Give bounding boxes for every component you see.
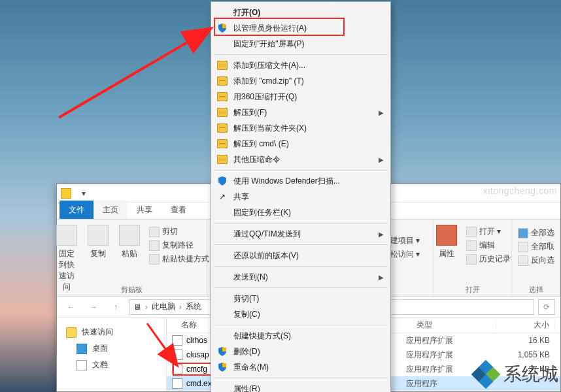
menu-send-to[interactable]: 发送到(N)▶ [212, 269, 389, 285]
menu-copy[interactable]: 复制(C) [212, 306, 389, 322]
archive-icon [217, 123, 228, 133]
menu-send-qq-tim[interactable]: 通过QQ/TIM发送到▶ [212, 226, 389, 242]
submenu-arrow-icon: ▶ [379, 231, 384, 238]
open-icon [466, 227, 477, 237]
pc-icon: 🖥 [133, 302, 141, 312]
menu-add-to-cmd-zip[interactable]: 添加到 "cmd.zip" (T) [212, 73, 389, 89]
menu-create-shortcut[interactable]: 创建快捷方式(S) [212, 328, 389, 344]
edit-icon [466, 240, 477, 251]
forward-button[interactable]: → [84, 299, 103, 315]
edit-button[interactable]: 编辑 [464, 238, 513, 252]
menu-add-to-archive[interactable]: 添加到压缩文件(A)... [212, 57, 389, 73]
breadcrumb-drive[interactable]: 系统 [186, 301, 201, 312]
shield-icon [218, 347, 227, 356]
shield-icon [218, 363, 227, 372]
history-button[interactable]: 历史记录 [464, 252, 513, 266]
select-group-label: 选择 [512, 285, 560, 295]
col-type[interactable]: 类型 [411, 319, 496, 331]
back-button[interactable]: ← [62, 299, 80, 315]
watermark-logo-icon [473, 362, 498, 387]
invert-selection-button[interactable]: 反向选 [515, 253, 557, 267]
menu-cut[interactable]: 剪切(T) [212, 291, 389, 306]
menu-pin-start[interactable]: 固定到"开始"屏幕(P) [212, 36, 389, 52]
menu-open-with-360[interactable]: 用360压缩打开(Q) [212, 89, 389, 105]
desktop-icon [76, 344, 87, 354]
folder-icon [61, 188, 71, 199]
menu-restore-previous[interactable]: 还原以前的版本(V) [212, 248, 389, 263]
scissors-icon [149, 227, 160, 237]
file-icon [172, 378, 182, 389]
menu-pin-taskbar[interactable]: 固定到任务栏(K) [212, 204, 389, 220]
open-button[interactable]: 打开 ▾ [464, 225, 513, 238]
menu-properties[interactable]: 属性(R) [212, 381, 389, 392]
archive-icon [217, 108, 228, 117]
submenu-arrow-icon: ▶ [379, 274, 384, 281]
archive-icon [217, 155, 228, 164]
menu-other-archive[interactable]: 其他压缩命令▶ [212, 152, 389, 167]
menu-delete[interactable]: 删除(D) [212, 344, 389, 359]
up-button[interactable]: ↑ [107, 299, 125, 315]
paste-icon [119, 225, 140, 246]
copy-path-button[interactable]: 复制路径 [146, 238, 212, 252]
archive-icon [217, 92, 228, 101]
copy-button[interactable]: 复制 [84, 222, 112, 262]
file-size: 16 KB [491, 336, 550, 345]
clipboard-group-label: 剪贴板 [57, 285, 207, 295]
col-size[interactable]: 大小 [496, 319, 555, 331]
tab-share[interactable]: 共享 [128, 201, 162, 219]
share-icon: ↗ [215, 191, 230, 202]
menu-share[interactable]: ↗共享 [212, 189, 389, 204]
quick-access-toolbar[interactable]: ▾ [75, 187, 92, 200]
checkmark-icon [436, 225, 457, 246]
select-none-button[interactable]: 全部取 [515, 240, 557, 253]
file-type: 应用程序扩展 [406, 350, 491, 361]
svg-line-0 [59, 29, 209, 118]
copy-path-icon [149, 240, 160, 251]
open-group-label: 打开 [434, 285, 511, 295]
submenu-arrow-icon: ▶ [379, 109, 384, 116]
history-icon [466, 254, 477, 265]
file-type: 应用程序扩展 [406, 335, 491, 346]
menu-defender-scan[interactable]: 使用 Windows Defender扫描... [212, 173, 389, 189]
document-icon [76, 360, 87, 370]
menu-rename[interactable]: 重命名(M) [212, 359, 389, 375]
archive-icon [217, 61, 228, 70]
tab-file[interactable]: 文件 [60, 201, 94, 219]
breadcrumb-thispc[interactable]: 此电脑 [152, 301, 175, 312]
watermark-url: xitongcheng.com [483, 186, 557, 196]
file-size: 1,055 KB [491, 350, 550, 359]
cut-button[interactable]: 剪切 [146, 225, 212, 238]
copy-icon [88, 225, 109, 246]
select-all-icon [518, 228, 528, 238]
watermark-text: 系统城 [503, 362, 558, 387]
tab-home[interactable]: 主页 [94, 201, 128, 219]
archive-icon [217, 76, 228, 86]
menu-extract-to-cmd[interactable]: 解压到 cmd\ (E) [212, 136, 389, 152]
defender-shield-icon [218, 176, 227, 186]
tab-view[interactable]: 查看 [162, 201, 196, 219]
watermark: 系统城 [473, 362, 558, 387]
select-none-icon [518, 242, 528, 252]
refresh-button[interactable]: ⟳ [538, 299, 555, 315]
svg-line-1 [147, 323, 177, 365]
menu-extract-to[interactable]: 解压到(F)▶ [212, 105, 389, 120]
annotation-arrow [52, 20, 222, 124]
highlight-run-as-admin [214, 18, 345, 36]
star-icon [66, 327, 76, 338]
paste-button[interactable]: 粘贴 [115, 222, 144, 262]
menu-extract-here[interactable]: 解压到当前文件夹(X) [212, 120, 389, 136]
invert-selection-icon [518, 255, 528, 266]
pin-icon [56, 225, 77, 246]
archive-icon [217, 139, 228, 148]
select-all-button[interactable]: 全部选 [515, 226, 557, 240]
annotation-arrow-2 [144, 320, 183, 372]
paste-shortcut-button[interactable]: 粘贴快捷方式 [146, 252, 212, 266]
properties-button[interactable]: 属性 [432, 222, 461, 262]
paste-shortcut-icon [149, 254, 160, 265]
context-menu: 打开(O) 以管理员身份运行(A) 固定到"开始"屏幕(P) 添加到压缩文件(A… [211, 1, 391, 392]
submenu-arrow-icon: ▶ [379, 156, 384, 163]
